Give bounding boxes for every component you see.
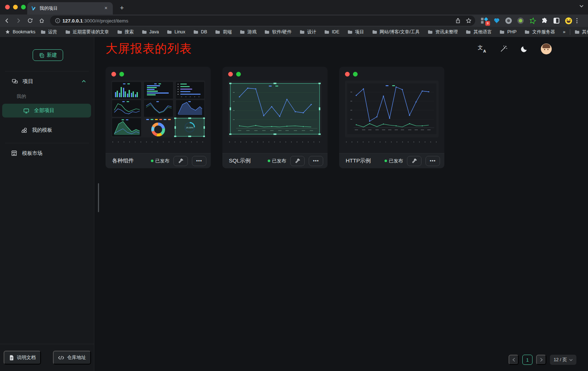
site-favicon (31, 6, 36, 11)
extension-blue-gem-icon[interactable] (493, 17, 500, 24)
macos-close-button[interactable] (5, 5, 10, 9)
project-card-preview[interactable] (228, 81, 322, 137)
card-green-dot (119, 72, 124, 77)
bookmark-folder[interactable]: 软件/硬件 (264, 29, 291, 35)
card-footer: HTTP示例 已发布 ••• (339, 153, 444, 168)
document-icon (9, 355, 14, 360)
bookmark-folder[interactable]: Java (142, 29, 159, 34)
address-bar[interactable]: 127.0.0.1:3000/#/project/items (50, 16, 475, 26)
current-page-button[interactable]: 1 (522, 355, 533, 365)
scrollbar-thumb[interactable] (98, 183, 99, 212)
bookmark-folder[interactable]: PHP (499, 29, 517, 34)
tab-close-icon[interactable]: × (103, 5, 109, 12)
new-project-button[interactable]: 新建 (33, 49, 63, 61)
prev-page-button[interactable] (509, 355, 519, 365)
user-avatar[interactable] (541, 44, 552, 54)
sidebar-item-label: 全部项目 (34, 107, 54, 114)
profile-avatar-icon[interactable] (565, 17, 572, 24)
sidebar-item-template-market[interactable]: 模板市场 (0, 147, 94, 160)
bookmark-star-icon[interactable] (466, 18, 472, 24)
home-icon[interactable] (37, 16, 46, 25)
share-icon[interactable] (455, 18, 461, 24)
bookmark-folder[interactable]: 网站/博客/文章/工具 (372, 29, 420, 35)
bookmark-folder[interactable]: 资讯未整理 (428, 29, 458, 35)
forward-icon[interactable] (14, 16, 23, 25)
sidebar-item-all-projects[interactable]: 全部项目 (2, 104, 91, 118)
bookmark-folder[interactable]: 近期需要读的文章 (65, 29, 109, 35)
bookmark-folder[interactable]: 文件服务器 (525, 29, 555, 35)
browser-menu-icon[interactable] (576, 18, 577, 23)
chevron-up-icon[interactable] (82, 80, 86, 83)
bookmark-folder[interactable]: 设计 (300, 29, 316, 35)
bookmark-folders: 运营 近期需要读的文章 搜索 Java Linux DB 前端 游戏 软件/硬件 (36, 29, 555, 35)
macos-minimize-button[interactable] (13, 5, 18, 9)
tab-strip: 我的项目 × + (0, 0, 588, 15)
more-actions-button[interactable]: ••• (192, 156, 206, 166)
sidebar-footer-divider (0, 344, 94, 344)
sidebar-item-my-templates[interactable]: 我的模板 (0, 123, 94, 137)
bookmark-folder[interactable]: 其他语言 (466, 29, 492, 35)
bookmark-folder[interactable]: IDE (324, 29, 340, 34)
docs-button[interactable]: 说明文档 (4, 351, 41, 364)
back-icon[interactable] (2, 16, 12, 25)
project-card-preview[interactable]: 25.00% (111, 81, 205, 137)
storefront-icon (11, 150, 17, 157)
page-title: 大屏报表的列表 (106, 41, 192, 57)
extension-green-dot-icon[interactable] (517, 17, 524, 24)
bookmark-folder[interactable]: Linux (167, 29, 185, 34)
project-card-preview[interactable] (345, 81, 439, 137)
bookmark-folder[interactable]: 游戏 (240, 29, 256, 35)
macos-zoom-button[interactable] (21, 5, 26, 9)
side-panel-icon[interactable] (553, 17, 560, 24)
edit-project-button[interactable] (407, 156, 422, 166)
dark-mode-moon-icon[interactable] (521, 45, 528, 53)
extensions-puzzle-icon[interactable] (541, 17, 548, 24)
folder-icon (240, 30, 245, 34)
bookmark-folder[interactable]: 运营 (41, 29, 57, 35)
bookmark-folder[interactable]: DB (193, 29, 207, 34)
site-info-icon[interactable] (55, 18, 60, 23)
more-actions-button[interactable]: ••• (309, 156, 323, 166)
tab-title: 我的项目 (40, 5, 103, 12)
card-red-dot (345, 72, 350, 77)
language-icon[interactable]: 文A (478, 45, 486, 53)
folder-icon (348, 30, 353, 34)
edit-project-button[interactable] (173, 156, 188, 166)
magic-wand-icon[interactable] (499, 45, 507, 53)
folder-icon (193, 30, 198, 34)
other-bookmarks[interactable]: 其他书签 (575, 29, 588, 35)
sidebar-item-label: 模板市场 (22, 150, 42, 157)
project-name: HTTP示例 (346, 157, 371, 164)
extension-wheel-icon[interactable] (505, 17, 512, 24)
folder-icon (215, 30, 220, 34)
new-copy-icon (39, 53, 44, 58)
folder-icon (142, 30, 147, 34)
browser-tab[interactable]: 我的项目 × (27, 2, 113, 15)
repo-button[interactable]: 仓库地址 (53, 351, 91, 364)
hammer-icon (412, 158, 417, 164)
next-page-button[interactable] (536, 355, 546, 365)
folder-icon (300, 30, 305, 34)
bookmarks-manager[interactable]: Bookmarks (5, 29, 36, 34)
edit-project-button[interactable] (290, 156, 305, 166)
reload-icon[interactable] (25, 16, 35, 25)
card-footer: SQL示例 已发布 ••• (222, 153, 328, 168)
card-footer: 各种组件 已发布 ••• (106, 153, 211, 168)
new-tab-button[interactable]: + (117, 3, 127, 13)
bookmark-folder[interactable]: 搜索 (117, 29, 134, 35)
folder-icon (264, 30, 270, 34)
extension-grid-icon[interactable]: 9 (481, 17, 488, 24)
folder-icon (499, 30, 505, 34)
more-actions-button[interactable]: ••• (425, 156, 440, 166)
sidebar-group-projects[interactable]: 项目 (0, 75, 94, 88)
sidebar-item-label: 我的模板 (32, 127, 52, 133)
bookmarks-overflow-chevron[interactable]: » (563, 29, 566, 34)
sidebar: 新建 项目 我的 全部项目 我的模板 (0, 37, 94, 371)
extension-green-star-icon[interactable] (529, 17, 536, 24)
page-size-select[interactable]: 12 / 页 (550, 355, 576, 365)
bookmark-folder[interactable]: 项目 (348, 29, 364, 35)
tab-search-chevron-icon[interactable] (579, 5, 584, 8)
template-icon (21, 127, 27, 133)
status-badge: 已发布 (151, 158, 169, 164)
bookmark-folder[interactable]: 前端 (215, 29, 232, 35)
